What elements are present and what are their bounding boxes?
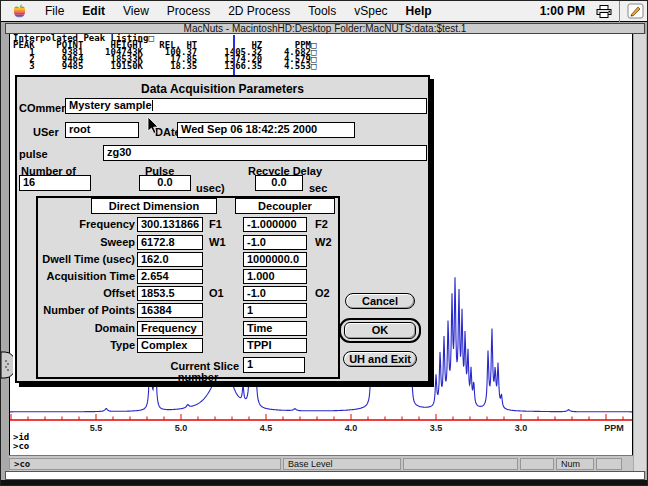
param-label: Domain bbox=[23, 321, 135, 336]
param-field-decoupler[interactable]: -1.0 bbox=[243, 235, 307, 250]
axis-tick-label: 4.5 bbox=[260, 423, 273, 433]
current-slice-label-2: number bbox=[157, 371, 239, 383]
param-field-direct[interactable]: Frequency bbox=[137, 321, 203, 336]
axis-tick-label: 4.0 bbox=[345, 423, 358, 433]
menu-process[interactable]: Process bbox=[158, 4, 219, 18]
param-label: Number of Points bbox=[23, 303, 135, 318]
param-label: Sweep bbox=[23, 235, 135, 250]
current-slice-field[interactable]: 1 bbox=[243, 357, 305, 373]
pulse-width-unit: usec) bbox=[196, 182, 225, 194]
param-unit-direct: W1 bbox=[209, 235, 226, 250]
param-field-direct[interactable]: Complex bbox=[137, 338, 203, 353]
window-title: MacNuts - MacintoshHD:Desktop Folder:Mac… bbox=[184, 23, 467, 34]
axis-tick-label: 5.5 bbox=[90, 423, 103, 433]
recycle-delay-unit: sec bbox=[309, 182, 327, 194]
param-field-direct[interactable]: 162.0 bbox=[137, 252, 203, 267]
dialog-title: Data Acquisition Parameters bbox=[17, 82, 428, 96]
axis-tick-label: 3.0 bbox=[515, 423, 528, 433]
param-field-decoupler[interactable]: 1000000.0 bbox=[243, 252, 307, 267]
axis-tick-label: 5.0 bbox=[175, 423, 188, 433]
param-field-direct[interactable]: 300.131866 bbox=[137, 217, 203, 232]
screen: FileEditViewProcess2D ProcessToolsvSpecH… bbox=[0, 0, 648, 486]
param-field-decoupler[interactable]: 1 bbox=[243, 303, 307, 318]
param-row-sweep: Sweep6172.8W1-1.0W2 bbox=[17, 235, 432, 251]
param-unit-decoupler: W2 bbox=[315, 235, 332, 250]
status-cell-empty-5 bbox=[596, 458, 622, 470]
param-field-decoupler[interactable]: -1.000000 bbox=[243, 217, 307, 232]
menu-clock[interactable]: 1:00 PM bbox=[540, 4, 591, 18]
param-label: Dwell Time (usec) bbox=[23, 252, 135, 267]
param-label: Frequency bbox=[23, 217, 135, 232]
number-of-scans-field[interactable]: 16 bbox=[19, 175, 91, 191]
menu-2d-process[interactable]: 2D Process bbox=[219, 4, 299, 18]
direct-dimension-header: Direct Dimension bbox=[91, 198, 217, 214]
menu-view[interactable]: View bbox=[114, 4, 158, 18]
status-cell-empty-2 bbox=[403, 458, 518, 470]
pulse-sequence-label: pulse bbox=[19, 148, 48, 160]
param-field-direct[interactable]: 1853.5 bbox=[137, 286, 203, 301]
data-acquisition-parameters-dialog: Data Acquisition Parameters COmment Myst… bbox=[15, 75, 430, 383]
param-field-decoupler[interactable]: -1.0 bbox=[243, 286, 307, 301]
param-field-direct[interactable]: 6172.8 bbox=[137, 235, 203, 250]
apple-menu[interactable] bbox=[1, 4, 36, 19]
menu-bar: FileEditViewProcess2D ProcessToolsvSpecH… bbox=[1, 1, 648, 22]
param-unit-decoupler: F2 bbox=[315, 217, 328, 232]
application-menu-icon[interactable] bbox=[622, 3, 648, 19]
status-cell-empty-3 bbox=[520, 458, 554, 470]
status-cell-num: Num bbox=[556, 458, 594, 470]
menu-help[interactable]: Help bbox=[397, 4, 441, 18]
screen-bottom-edge bbox=[1, 480, 648, 486]
menu-vspec[interactable]: vSpec bbox=[345, 4, 396, 18]
recycle-delay-field[interactable]: 0.0 bbox=[255, 175, 303, 191]
ok-default-ring: OK bbox=[339, 318, 421, 343]
menu-divider bbox=[619, 1, 620, 22]
param-field-direct[interactable]: 2.654 bbox=[137, 269, 203, 284]
param-unit-decoupler: O2 bbox=[315, 286, 330, 301]
menu-edit[interactable]: Edit bbox=[73, 4, 114, 18]
status-bar: >coBase LevelNum bbox=[9, 455, 633, 471]
param-label: Type bbox=[23, 338, 135, 353]
cancel-button[interactable]: Cancel bbox=[345, 293, 415, 309]
status-cell-base-level: Base Level bbox=[283, 458, 401, 470]
param-unit-direct: O1 bbox=[209, 286, 224, 301]
decoupler-header: Decoupler bbox=[235, 198, 335, 214]
axis-tick-label: 3.5 bbox=[430, 423, 443, 433]
status-cell--co: >co bbox=[9, 458, 281, 470]
menu-tools[interactable]: Tools bbox=[299, 4, 345, 18]
date-field[interactable]: Wed Sep 06 18:42:25 2000 bbox=[177, 122, 355, 138]
uh-and-exit-button[interactable]: UH and Exit bbox=[343, 351, 417, 367]
param-field-direct[interactable]: 16384 bbox=[137, 303, 203, 318]
param-row-dwell-time-usec-: Dwell Time (usec)162.01000000.0 bbox=[17, 252, 432, 268]
mouse-cursor-arrow bbox=[147, 117, 159, 135]
command-console[interactable]: >id >co bbox=[13, 433, 29, 451]
ok-button[interactable]: OK bbox=[344, 322, 416, 339]
control-strip-tab[interactable] bbox=[1, 351, 13, 379]
bottom-strip bbox=[5, 471, 645, 480]
param-field-decoupler[interactable]: Time bbox=[243, 321, 307, 336]
param-field-decoupler[interactable]: TPPI bbox=[243, 338, 307, 353]
pulse-sequence-field[interactable]: zg30 bbox=[103, 145, 427, 161]
user-field[interactable]: root bbox=[65, 122, 139, 138]
param-label: Offset bbox=[23, 286, 135, 301]
param-row-frequency: Frequency300.131866F1-1.000000F2 bbox=[17, 217, 432, 233]
menu-file[interactable]: File bbox=[36, 4, 73, 18]
axis-unit-label: PPM bbox=[604, 423, 624, 433]
text-caret bbox=[152, 100, 153, 111]
apple-icon bbox=[13, 4, 26, 19]
param-unit-direct: F1 bbox=[209, 217, 222, 232]
comment-label: COmment bbox=[19, 102, 72, 114]
user-label: USer bbox=[33, 126, 59, 138]
console-line: >co bbox=[13, 442, 29, 451]
comment-field[interactable]: Mystery sample bbox=[65, 98, 427, 114]
param-field-decoupler[interactable]: 1.000 bbox=[243, 269, 307, 284]
printer-icon[interactable] bbox=[591, 5, 617, 18]
param-label: Acquisition Time bbox=[23, 269, 135, 284]
param-row-acquisition-time: Acquisition Time2.6541.000 bbox=[17, 269, 432, 285]
pulse-width-field[interactable]: 0.0 bbox=[139, 175, 191, 191]
right-scrollbar-track[interactable] bbox=[634, 34, 646, 471]
